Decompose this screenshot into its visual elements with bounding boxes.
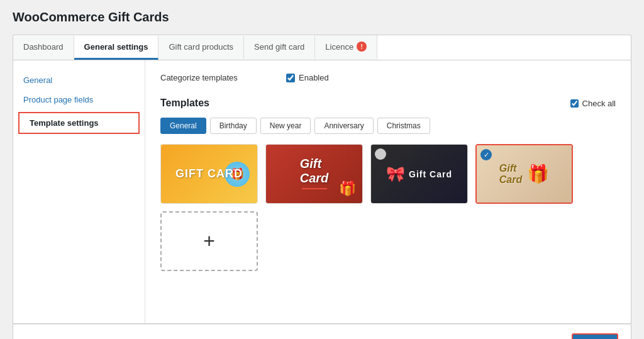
- template-yellow-text: GIFT CARD: [175, 167, 243, 181]
- template-dark-text: Gift Card: [409, 169, 452, 179]
- category-tabs: General Birthday New year Anniversary Ch…: [160, 118, 616, 134]
- template-beige[interactable]: ✓ GiftCard 🎁: [475, 144, 573, 204]
- categorize-label: Categorize templates: [160, 73, 274, 82]
- check-all-checkbox[interactable]: [570, 99, 579, 108]
- tab-general-settings[interactable]: General settings: [74, 36, 159, 60]
- save-button[interactable]: Save: [572, 333, 618, 339]
- templates-header: Templates Check all: [160, 97, 616, 109]
- beige-checkmark: ✓: [484, 151, 489, 159]
- tab-dashboard[interactable]: Dashboard: [13, 36, 74, 60]
- page-title: WooCommerce Gift Cards: [13, 10, 631, 25]
- cat-tab-new-year[interactable]: New year: [260, 118, 311, 134]
- licence-label: Licence: [325, 42, 353, 52]
- template-beige-text: GiftCard: [499, 163, 522, 186]
- cat-tab-christmas[interactable]: Christmas: [377, 118, 430, 134]
- template-red-bg: GiftCard 🎁: [266, 145, 362, 203]
- cat-tab-birthday[interactable]: Birthday: [210, 118, 257, 134]
- cat-tab-anniversary[interactable]: Anniversary: [314, 118, 373, 134]
- template-yellow[interactable]: GIFT CARD 🎁: [160, 144, 258, 204]
- tabs-bar: Dashboard General settings Gift card pro…: [13, 35, 631, 60]
- red-gift-icon: 🎁: [339, 181, 356, 197]
- enabled-checkbox[interactable]: [286, 74, 295, 82]
- tab-send-gift-card[interactable]: Send gift card: [244, 36, 315, 60]
- sidebar-item-template-settings[interactable]: Template settings: [18, 112, 140, 134]
- cat-tab-general[interactable]: General: [160, 118, 206, 134]
- licence-badge: !: [357, 42, 367, 52]
- template-red[interactable]: GiftCard 🎁: [265, 144, 363, 204]
- check-all-text: Check all: [582, 99, 616, 108]
- templates-title: Templates: [160, 97, 209, 109]
- footer-bar: Save: [13, 324, 631, 339]
- add-icon: +: [203, 230, 215, 253]
- page-wrapper: WooCommerce Gift Cards Dashboard General…: [0, 0, 644, 339]
- template-yellow-bg: GIFT CARD 🎁: [161, 145, 257, 203]
- add-template-button[interactable]: +: [160, 211, 258, 271]
- content-area: Categorize templates Enabled Templates C…: [145, 60, 631, 323]
- sidebar-item-product-page-fields[interactable]: Product page fields: [13, 90, 145, 109]
- template-red-line: [302, 188, 327, 189]
- sidebar-item-general[interactable]: General: [13, 70, 145, 90]
- templates-grid: GIFT CARD 🎁 GiftCard 🎁: [160, 144, 616, 271]
- tab-licence[interactable]: Licence !: [315, 35, 377, 60]
- template-beige-check: ✓: [480, 149, 492, 160]
- beige-gift-icon: 🎁: [527, 164, 549, 184]
- enabled-text: Enabled: [299, 73, 329, 82]
- enabled-checkbox-label[interactable]: Enabled: [286, 73, 329, 82]
- tab-gift-card-products[interactable]: Gift card products: [158, 36, 244, 60]
- template-dark-check: [375, 148, 386, 160]
- template-dark[interactable]: 🎀 Gift Card: [370, 144, 468, 204]
- check-all-label[interactable]: Check all: [570, 99, 616, 108]
- sidebar: General Product page fields Template set…: [13, 60, 145, 323]
- categorize-row: Categorize templates Enabled: [160, 73, 616, 82]
- main-content: General Product page fields Template set…: [13, 60, 631, 324]
- template-red-text: GiftCard: [300, 157, 329, 186]
- dark-ribbon-icon: 🎀: [386, 165, 405, 183]
